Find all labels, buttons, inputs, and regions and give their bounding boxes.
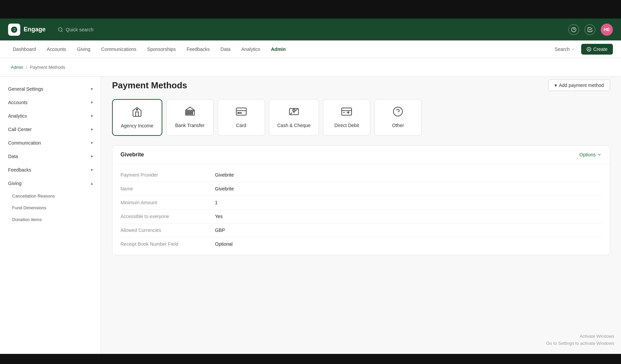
- page-header: Payment Methods ▾ Add payment method: [112, 77, 610, 91]
- details-title: Givebrite: [120, 152, 144, 158]
- detail-label-name: Name: [120, 186, 215, 191]
- nav-right: Search Create: [551, 44, 613, 55]
- nav-item-giving[interactable]: Giving: [72, 44, 95, 54]
- detail-value-name: Givebrite: [215, 186, 234, 191]
- svg-rect-16: [240, 113, 241, 114]
- detail-row-provider: Payment Provider Givebrite: [120, 168, 602, 182]
- chevron-down-icon: ▾: [91, 141, 93, 145]
- svg-point-0: [58, 28, 62, 31]
- chevron-down-icon: ▾: [91, 154, 93, 159]
- chevron-down-icon: ▾: [555, 83, 557, 88]
- svg-point-6: [136, 109, 138, 110]
- svg-rect-10: [190, 112, 191, 114]
- logo-area[interactable]: Engage: [8, 24, 46, 36]
- svg-point-19: [394, 107, 403, 116]
- help-icon[interactable]: [568, 24, 579, 35]
- watermark-line2: Go to Settings to activate Windows: [546, 340, 614, 347]
- notifications-icon[interactable]: [585, 24, 595, 35]
- sidebar-item-communication[interactable]: Communication ▾: [0, 136, 101, 150]
- nav-item-accounts[interactable]: Accounts: [42, 44, 71, 54]
- sidebar-sub-donation-items[interactable]: Donation Items: [0, 214, 101, 225]
- sidebar-label-feedbacks: Feedbacks: [8, 167, 31, 173]
- sidebar-item-accounts[interactable]: Accounts ▾: [0, 96, 101, 109]
- method-label-agency-income: Agency Income: [121, 123, 154, 128]
- detail-label-currencies: Allowed Currencies: [120, 228, 215, 233]
- nav-item-feedbacks[interactable]: Feedbacks: [182, 44, 214, 54]
- logo-box: [8, 24, 20, 36]
- method-card-direct-debit[interactable]: Direct Debit: [323, 99, 370, 136]
- sidebar-item-general-settings[interactable]: General Settings ▾: [0, 82, 101, 96]
- nav-search[interactable]: Search: [551, 44, 578, 54]
- detail-row-currencies: Allowed Currencies GBP: [120, 223, 602, 237]
- nav-search-label: Search: [555, 47, 570, 52]
- card-icon: [236, 106, 247, 119]
- chevron-down-icon: ▾: [91, 168, 93, 172]
- detail-row-name: Name Givebrite: [120, 182, 602, 196]
- sidebar-label-data: Data: [8, 154, 18, 159]
- details-section: Givebrite Options Payment Provider Giveb…: [112, 145, 610, 255]
- sidebar-sub-cancellation-reasons[interactable]: Cancellation Reasons: [0, 190, 101, 202]
- payment-method-cards: Agency Income Bank Transfer: [112, 99, 610, 136]
- nav-item-sponsorships[interactable]: Sponsorships: [142, 44, 181, 54]
- breadcrumb-current: Payment Methods: [30, 65, 65, 70]
- chevron-down-icon: ▾: [91, 100, 93, 105]
- method-card-bank-transfer[interactable]: Bank Transfer: [166, 99, 214, 136]
- watermark-line1: Activate Windows: [546, 333, 614, 340]
- app-name: Engage: [24, 26, 46, 33]
- user-avatar[interactable]: HE: [601, 24, 613, 36]
- windows-watermark: Activate Windows Go to Settings to activ…: [546, 333, 614, 347]
- page-title: Payment Methods: [112, 80, 187, 91]
- main-container: General Settings ▾ Accounts ▾ Analytics …: [0, 77, 621, 364]
- sidebar-label-giving: Giving: [8, 181, 22, 186]
- breadcrumb-parent[interactable]: Admin: [11, 65, 23, 70]
- sidebar-item-analytics[interactable]: Analytics ▾: [0, 109, 101, 123]
- detail-value-currencies: GBP: [215, 228, 225, 233]
- chevron-down-icon: ▾: [91, 127, 93, 132]
- add-payment-method-button[interactable]: ▾ Add payment method: [548, 80, 610, 91]
- method-label-other: Other: [392, 123, 404, 128]
- sidebar-label-accounts: Accounts: [8, 100, 28, 105]
- sidebar-label-communication: Communication: [8, 140, 41, 146]
- svg-rect-13: [236, 108, 246, 115]
- method-label-card: Card: [236, 123, 246, 128]
- sidebar-sub-fund-dimensions[interactable]: Fund Dimensions: [0, 202, 101, 214]
- cash-cheque-icon: [289, 106, 299, 119]
- method-card-agency-income[interactable]: Agency Income: [112, 99, 162, 136]
- method-card-other[interactable]: Other: [374, 99, 422, 136]
- detail-label-accessible: Accessible to everyone: [120, 214, 215, 219]
- other-icon: [393, 106, 403, 119]
- direct-debit-icon: [341, 106, 352, 119]
- sidebar-item-data[interactable]: Data ▾: [0, 150, 101, 163]
- main-content: Payment Methods ▾ Add payment method Age…: [101, 77, 621, 364]
- detail-value-provider: Givebrite: [215, 172, 234, 178]
- sidebar-item-giving[interactable]: Giving ▴: [0, 177, 101, 190]
- svg-rect-11: [192, 112, 193, 114]
- sidebar-item-feedbacks[interactable]: Feedbacks ▾: [0, 163, 101, 177]
- nav-item-communications[interactable]: Communications: [97, 44, 141, 54]
- navbar: Dashboard Accounts Giving Communications…: [0, 40, 621, 58]
- detail-label-minimum: Minimum Amount: [120, 200, 215, 205]
- method-label-bank-transfer: Bank Transfer: [175, 123, 205, 128]
- sidebar-label-analytics: Analytics: [8, 113, 27, 119]
- options-button[interactable]: Options: [579, 152, 602, 157]
- detail-row-minimum: Minimum Amount 1: [120, 196, 602, 210]
- create-label: Create: [593, 47, 608, 52]
- header-right: HE: [568, 24, 613, 36]
- search-placeholder: Quick search: [66, 27, 93, 32]
- nav-item-dashboard[interactable]: Dashboard: [8, 44, 41, 54]
- sidebar-item-call-center[interactable]: Call Center ▾: [0, 123, 101, 136]
- detail-row-accessible: Accessible to everyone Yes: [120, 210, 602, 223]
- breadcrumb: Admin / Payment Methods: [0, 58, 621, 77]
- method-card-card[interactable]: Card: [218, 99, 265, 136]
- nav-item-analytics[interactable]: Analytics: [237, 44, 265, 54]
- nav-item-admin[interactable]: Admin: [266, 44, 291, 54]
- svg-rect-18: [342, 108, 352, 115]
- add-button-label: Add payment method: [559, 83, 604, 88]
- nav-item-data[interactable]: Data: [216, 44, 235, 54]
- method-label-cash-cheque: Cash & Cheque: [277, 123, 311, 128]
- detail-value-minimum: 1: [215, 200, 218, 205]
- create-button[interactable]: Create: [581, 44, 613, 55]
- method-card-cash-cheque[interactable]: Cash & Cheque: [269, 99, 319, 136]
- bank-transfer-icon: [185, 106, 195, 119]
- quick-search[interactable]: Quick search: [58, 27, 93, 32]
